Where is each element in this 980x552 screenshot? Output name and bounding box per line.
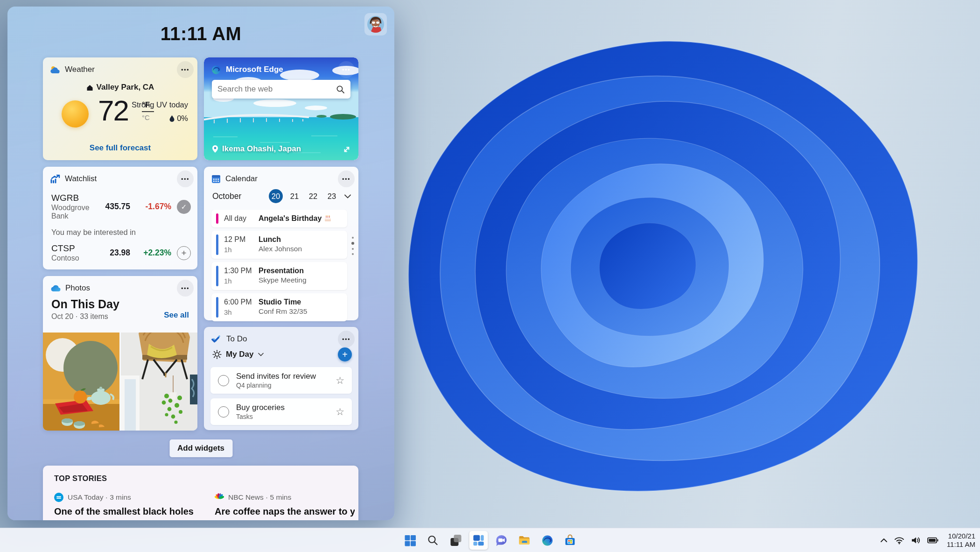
widgets-button[interactable] — [469, 531, 488, 550]
desktop: 11:11 AM — [0, 0, 980, 552]
watchlist-chart-icon — [50, 175, 60, 184]
see-all-link[interactable]: See all — [164, 311, 189, 321]
watchlist-header: Watchlist ••• — [43, 167, 197, 186]
watchlist-widget[interactable]: Watchlist ••• WGRB Woodgrove Bank 435.75… — [43, 167, 197, 269]
nbc-news-logo — [215, 493, 224, 502]
search-button[interactable] — [424, 531, 442, 550]
watchlist-more-button[interactable]: ••• — [177, 170, 194, 187]
calendar-event[interactable]: 1:30 PM 1h Presentation Skype Meeting — [211, 262, 347, 290]
weather-condition: Strong UV today — [132, 100, 188, 109]
photos-subheading: Oct 20 · 33 items — [51, 312, 164, 321]
stock-add-button[interactable]: + — [177, 246, 191, 260]
task-title: Send invites for review — [236, 372, 329, 381]
todo-task-list: Send invites for review Q4 planning ☆ Bu… — [204, 367, 358, 425]
check-icon: ✓ — [181, 203, 187, 211]
calendar-header: Calendar ••• — [204, 167, 358, 186]
task-text: Buy groceries Tasks — [236, 403, 329, 420]
chevron-down-icon[interactable] — [344, 194, 351, 198]
photos-more-button[interactable]: ••• — [177, 280, 194, 297]
photos-title: Photos — [65, 283, 90, 293]
add-task-button[interactable]: + — [338, 347, 352, 361]
star-icon[interactable]: ☆ — [336, 406, 344, 418]
birthday-cake-icon — [324, 215, 331, 222]
weather-temperature: 72 — [98, 94, 128, 127]
weather-condition-block: Strong UV today 0% — [132, 100, 188, 123]
expand-icon[interactable] — [343, 145, 351, 154]
story-headline[interactable]: One of the smallest black holes — and — [54, 506, 194, 517]
more-icon: ••• — [181, 176, 189, 183]
user-avatar[interactable] — [364, 13, 387, 35]
file-explorer-icon — [518, 534, 531, 546]
weather-widget[interactable]: Weather ••• Valley Park, CA 72 — [43, 57, 197, 160]
search-icon[interactable] — [336, 85, 345, 94]
stock-watched-button[interactable]: ✓ — [177, 200, 191, 214]
taskbar: 10/20/21 11:11 AM — [0, 528, 980, 552]
calendar-date[interactable]: 21 — [287, 189, 301, 203]
search-icon — [427, 535, 439, 546]
calendar-more-button[interactable]: ••• — [338, 170, 355, 187]
calendar-date[interactable]: 22 — [306, 189, 320, 203]
event-duration: 1h — [224, 276, 259, 286]
stock-identity: CTSP Contoso — [51, 243, 91, 262]
microsoft-store-icon — [564, 534, 576, 546]
calendar-date-selected[interactable]: 20 — [269, 189, 283, 203]
calendar-event[interactable]: All day Angela's Birthday — [211, 210, 347, 227]
file-explorer-button[interactable] — [515, 531, 534, 550]
wifi-icon[interactable] — [894, 536, 904, 545]
star-icon[interactable]: ☆ — [336, 375, 344, 386]
photo-thumbnail-chair-plant[interactable] — [121, 333, 197, 431]
task-title: Buy groceries — [236, 403, 329, 412]
tray-time: 11:11 AM — [947, 540, 975, 549]
task-row[interactable]: Buy groceries Tasks ☆ — [210, 398, 352, 425]
task-row[interactable]: Send invites for review Q4 planning ☆ — [210, 367, 352, 394]
story-headline[interactable]: Are coffee naps the answer to your — [215, 506, 355, 517]
edge-search-box[interactable] — [212, 80, 350, 99]
taskbar-center-icons — [401, 528, 580, 552]
see-full-forecast-link[interactable]: See full forecast — [43, 143, 197, 153]
calendar-event[interactable]: 12 PM 1h Lunch Alex Johnson — [211, 231, 347, 259]
edge-browser-button[interactable] — [538, 531, 557, 550]
battery-icon[interactable] — [927, 537, 938, 544]
todo-list-selector-row: My Day + — [204, 347, 358, 361]
sun-icon — [62, 100, 89, 127]
stock-change: -1.67% — [130, 202, 171, 212]
calendar-event[interactable]: 6:00 PM 3h Studio Time Conf Rm 32/35 — [211, 293, 347, 321]
event-location: Alex Johnson — [259, 245, 302, 253]
edge-more-button[interactable]: ••• — [338, 61, 355, 78]
calendar-date[interactable]: 23 — [325, 189, 339, 203]
weather-more-button[interactable]: ••• — [177, 61, 194, 78]
search-input[interactable] — [217, 85, 336, 94]
widgets-panel: 11:11 AM — [7, 7, 394, 520]
photo-thumbnail-still-life[interactable] — [43, 333, 119, 431]
hidden-icons-chevron[interactable] — [880, 538, 888, 543]
chat-button[interactable] — [492, 531, 511, 550]
photo-grid — [43, 333, 197, 431]
todo-more-button[interactable]: ••• — [338, 331, 355, 347]
plus-icon: + — [342, 349, 348, 360]
todo-check-icon — [211, 335, 222, 343]
stock-row[interactable]: WGRB Woodgrove Bank 435.75 -1.67% ✓ — [43, 193, 197, 220]
todo-list-name[interactable]: My Day — [226, 350, 254, 359]
task-view-button[interactable] — [447, 531, 465, 550]
start-button[interactable] — [401, 531, 420, 550]
edge-widget[interactable]: Microsoft Edge ••• — [204, 57, 358, 160]
tray-clock[interactable]: 10/20/21 11:11 AM — [947, 532, 975, 549]
volume-icon[interactable] — [911, 536, 921, 545]
task-complete-circle[interactable] — [218, 375, 229, 386]
event-duration: 3h — [224, 307, 259, 318]
add-widgets-button[interactable]: Add widgets — [169, 439, 232, 457]
task-complete-circle[interactable] — [218, 406, 229, 418]
edge-header: Microsoft Edge ••• — [204, 57, 358, 77]
stock-price: 435.75 — [91, 202, 130, 212]
event-time-block: 12 PM 1h — [224, 234, 259, 255]
store-button[interactable] — [561, 531, 580, 550]
calendar-scroll-indicator[interactable] — [351, 237, 354, 255]
news-story[interactable]: NBC News · 5 mins Are coffee naps the an… — [215, 493, 355, 517]
photos-widget[interactable]: Photos ••• On This Day Oct 20 · 33 items… — [43, 276, 197, 431]
todo-widget[interactable]: To Do ••• My Day — [204, 327, 358, 430]
stock-row[interactable]: CTSP Contoso 23.98 +2.23% + — [43, 243, 197, 262]
news-story[interactable]: USA Today · 3 mins One of the smallest b… — [54, 493, 194, 517]
calendar-widget[interactable]: Calendar ••• October 20 21 22 23 — [204, 167, 358, 320]
chevron-down-icon[interactable] — [258, 353, 264, 356]
story-source-meta: USA Today · 3 mins — [68, 493, 131, 502]
